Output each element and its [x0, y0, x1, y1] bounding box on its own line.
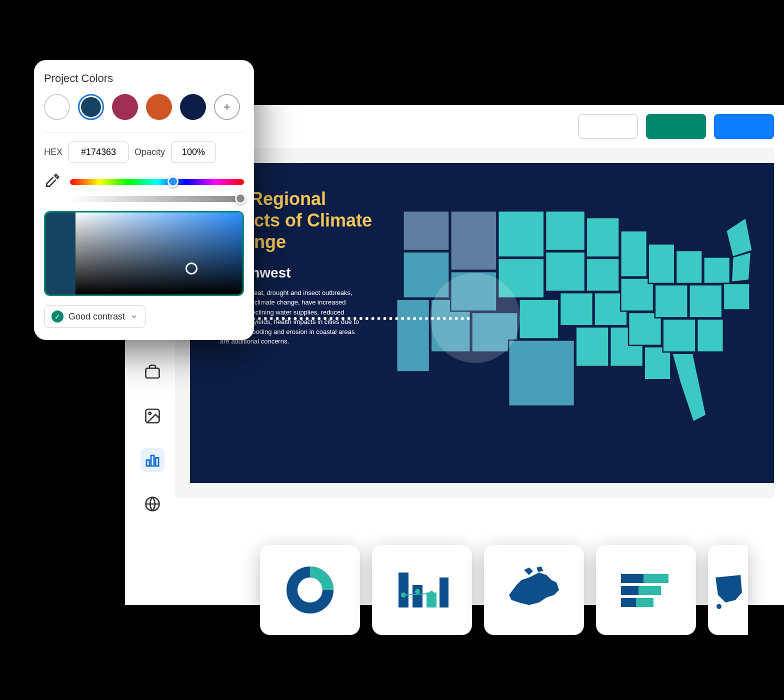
chart-type-map-us[interactable]	[708, 545, 748, 635]
svg-rect-7	[498, 211, 544, 257]
toolbar-color-white[interactable]	[578, 114, 638, 139]
left-sidebar	[132, 350, 172, 526]
slide[interactable]: US Regional Effects of Climate Change So…	[190, 163, 774, 483]
svg-rect-12	[546, 252, 585, 292]
color-field-cursor[interactable]	[186, 262, 198, 274]
svg-point-53	[716, 604, 722, 609]
svg-rect-31	[146, 368, 160, 378]
svg-rect-40	[412, 585, 422, 608]
svg-rect-11	[546, 211, 585, 250]
sidebar-globe-icon[interactable]	[140, 492, 164, 516]
svg-rect-24	[655, 285, 688, 318]
svg-rect-9	[519, 300, 558, 339]
svg-rect-4	[450, 211, 496, 270]
sidebar-image-icon[interactable]	[140, 404, 164, 428]
svg-point-33	[149, 412, 152, 415]
svg-rect-39	[398, 572, 408, 608]
chart-type-picker	[260, 545, 748, 635]
chart-type-map-canada[interactable]	[484, 545, 584, 635]
svg-rect-28	[697, 319, 724, 352]
swatch-orange[interactable]	[146, 94, 172, 120]
opacity-slider[interactable]	[70, 196, 244, 202]
color-field[interactable]	[44, 211, 244, 296]
svg-rect-36	[156, 458, 158, 466]
svg-rect-19	[620, 231, 647, 277]
toolbar-color-teal[interactable]	[646, 114, 706, 139]
current-color-preview	[46, 212, 76, 294]
saturation-field[interactable]	[76, 212, 242, 294]
hue-thumb[interactable]	[168, 176, 178, 187]
contrast-label: Good contrast	[68, 312, 125, 322]
us-map[interactable]	[390, 188, 759, 458]
svg-rect-35	[151, 456, 154, 466]
contrast-badge[interactable]: ✓ Good contrast	[44, 305, 146, 328]
svg-rect-10	[508, 340, 574, 406]
svg-rect-16	[586, 258, 620, 292]
svg-rect-25	[663, 319, 696, 352]
canvas[interactable]: US Regional Effects of Climate Change So…	[175, 148, 774, 498]
eyedropper-icon[interactable]	[44, 173, 62, 191]
chart-type-donut[interactable]	[260, 545, 360, 635]
hex-label: HEX	[44, 147, 62, 158]
sidebar-briefcase-icon[interactable]	[140, 360, 164, 384]
hue-slider[interactable]	[70, 179, 244, 185]
svg-rect-26	[676, 250, 702, 284]
hex-input[interactable]	[68, 142, 128, 163]
svg-rect-2	[396, 300, 430, 372]
chevron-down-icon	[130, 312, 138, 320]
check-icon: ✓	[52, 310, 64, 322]
opacity-thumb[interactable]	[235, 193, 246, 204]
svg-rect-48	[644, 574, 668, 583]
swatch-maroon[interactable]	[112, 94, 138, 120]
swatch-dark-navy[interactable]	[180, 94, 206, 120]
opacity-label: Opacity	[134, 147, 165, 158]
hex-row: HEX Opacity	[44, 132, 244, 163]
hue-row	[44, 173, 244, 191]
svg-rect-15	[586, 218, 620, 257]
svg-rect-29	[704, 257, 730, 284]
svg-rect-50	[638, 586, 661, 595]
panel-title: Project Colors	[44, 72, 244, 85]
swatch-row: +	[44, 94, 244, 120]
connector-line	[240, 317, 470, 320]
svg-rect-34	[146, 460, 150, 466]
swatch-white[interactable]	[44, 94, 70, 120]
add-swatch-button[interactable]: +	[214, 94, 240, 120]
opacity-input[interactable]	[171, 142, 216, 163]
toolbar-color-blue[interactable]	[714, 114, 774, 139]
swatch-navy[interactable]	[78, 94, 104, 120]
svg-point-44	[415, 589, 420, 594]
svg-rect-23	[648, 244, 675, 284]
svg-rect-14	[576, 327, 609, 366]
svg-rect-42	[440, 578, 448, 608]
chart-type-horizontal-bar[interactable]	[596, 545, 696, 635]
svg-rect-52	[636, 598, 654, 607]
svg-rect-30	[724, 284, 750, 310]
color-picker-panel: Project Colors + HEX Opacity ✓ Good	[34, 60, 254, 340]
chart-type-bar[interactable]	[372, 545, 472, 635]
svg-rect-0	[403, 211, 449, 250]
svg-rect-27	[689, 285, 722, 318]
svg-rect-13	[560, 292, 593, 326]
sidebar-chart-icon[interactable]	[140, 448, 164, 472]
